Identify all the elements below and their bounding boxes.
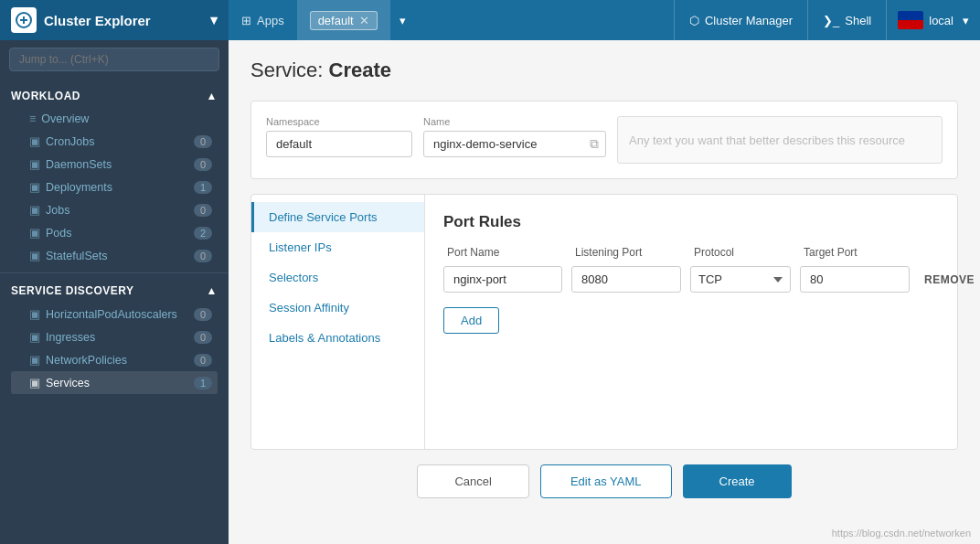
cluster-manager-label: Cluster Manager xyxy=(705,14,793,27)
name-label: Name xyxy=(423,116,606,127)
flag-icon xyxy=(898,11,923,29)
namespace-group: Namespace default xyxy=(266,116,412,157)
namespace-select[interactable]: default xyxy=(266,131,412,157)
services-icon: ▣ xyxy=(29,376,40,389)
hpa-icon: ▣ xyxy=(29,307,40,321)
jobs-icon: ▣ xyxy=(29,203,40,217)
create-button[interactable]: Create xyxy=(683,464,792,498)
jobs-badge: 0 xyxy=(194,204,212,217)
overview-label: Overview xyxy=(41,112,89,125)
port-name-input[interactable] xyxy=(443,266,562,293)
sidebar-item-statefulsets[interactable]: ▣ StatefulSets 0 xyxy=(11,244,218,267)
port-rules-title: Port Rules xyxy=(443,213,980,231)
statefulsets-badge: 0 xyxy=(194,250,212,262)
brand-label: Cluster Explorer xyxy=(44,13,151,28)
title-prefix: Service: xyxy=(250,59,323,81)
services-badge: 1 xyxy=(194,377,212,389)
jobs-label: Jobs xyxy=(46,204,69,217)
pods-icon: ▣ xyxy=(29,226,40,240)
tab-apps[interactable]: ⊞ Apps xyxy=(229,0,297,40)
deployments-icon: ▣ xyxy=(29,180,40,194)
copy-icon[interactable]: ⧉ xyxy=(590,136,599,152)
form-card-header: Namespace default Name ⧉ Any text you wa… xyxy=(250,101,958,179)
daemonsets-badge: 0 xyxy=(194,158,212,171)
nav-labels-annotations-label: Labels & Annotations xyxy=(269,331,380,345)
overview-icon: ≡ xyxy=(29,112,36,125)
name-input-wrapper: ⧉ xyxy=(423,131,606,157)
cronjobs-icon: ▣ xyxy=(29,134,40,148)
service-discovery-label: Service Discovery xyxy=(11,284,134,297)
sidebar: Workload ▲ ≡ Overview ▣ CronJobs 0 ▣ xyxy=(0,40,229,544)
description-placeholder: Any text you want that better describes … xyxy=(629,133,905,147)
nav-selectors-label: Selectors xyxy=(269,271,318,284)
tab-dropdown-icon[interactable]: ▾ xyxy=(390,14,415,27)
network-policies-icon: ▣ xyxy=(29,353,40,367)
grid-icon: ⊞ xyxy=(241,14,251,27)
description-input[interactable]: Any text you want that better describes … xyxy=(617,116,943,164)
brand-logo xyxy=(11,7,37,33)
chevron-up-icon: ▲ xyxy=(207,90,218,102)
sidebar-item-pods[interactable]: ▣ Pods 2 xyxy=(11,221,218,244)
edit-yaml-button[interactable]: Edit as YAML xyxy=(540,464,672,498)
ingresses-icon: ▣ xyxy=(29,330,40,344)
chevron-up-icon-2: ▲ xyxy=(207,284,218,297)
nav-listener-ips[interactable]: Listener IPs xyxy=(251,232,424,262)
search-input[interactable] xyxy=(9,48,219,71)
network-policies-label: NetworkPolicies xyxy=(46,354,127,367)
sidebar-item-network-policies[interactable]: ▣ NetworkPolicies 0 xyxy=(11,348,218,371)
nav-define-service-ports-label: Define Service Ports xyxy=(269,210,378,224)
port-rules-header: Port Name Listening Port Protocol Target… xyxy=(443,246,980,259)
col-header-port-name: Port Name xyxy=(447,246,566,259)
protocol-select[interactable]: TCP UDP SCTP xyxy=(690,266,791,293)
network-policies-badge: 0 xyxy=(194,354,212,367)
nav-session-affinity-label: Session Affinity xyxy=(269,301,349,315)
nav-define-service-ports[interactable]: Define Service Ports xyxy=(251,202,424,232)
tab-close-icon[interactable]: ✕ xyxy=(359,14,369,27)
workload-label: Workload xyxy=(11,90,80,102)
nav-listener-ips-label: Listener IPs xyxy=(269,240,332,254)
topbar-actions: ⬡ Cluster Manager ❯_ Shell local ▾ xyxy=(674,0,980,40)
deployments-label: Deployments xyxy=(46,181,112,194)
sidebar-item-deployments[interactable]: ▣ Deployments 1 xyxy=(11,176,218,198)
port-rule-row: TCP UDP SCTP REMOVE xyxy=(443,266,980,293)
sidebar-item-jobs[interactable]: ▣ Jobs 0 xyxy=(11,198,218,221)
target-port-input[interactable] xyxy=(800,266,910,293)
server-icon: ⬡ xyxy=(689,14,699,27)
sidebar-item-daemonsets[interactable]: ▣ DaemonSets 0 xyxy=(11,153,218,176)
shell-button[interactable]: ❯_ Shell xyxy=(807,0,886,40)
service-discovery-section-header[interactable]: Service Discovery ▲ xyxy=(11,279,218,303)
hpa-badge: 0 xyxy=(194,308,212,321)
workload-section-header[interactable]: Workload ▲ xyxy=(11,84,218,108)
page-title: Service: Create xyxy=(250,59,958,82)
sidebar-item-hpa[interactable]: ▣ HorizontalPodAutoscalers 0 xyxy=(11,303,218,325)
sidebar-item-overview[interactable]: ≡ Overview xyxy=(11,108,218,130)
tab-default[interactable]: default ✕ xyxy=(297,0,390,40)
listening-port-input[interactable] xyxy=(571,266,681,293)
remove-button[interactable]: REMOVE xyxy=(919,273,980,286)
sidebar-section-workload: Workload ▲ ≡ Overview ▣ CronJobs 0 ▣ xyxy=(0,79,229,269)
name-input[interactable] xyxy=(423,131,606,157)
deployments-badge: 1 xyxy=(194,181,212,194)
main-content: Service: Create Namespace default Name ⧉ xyxy=(229,40,980,544)
add-button[interactable]: Add xyxy=(443,307,499,334)
pods-badge: 2 xyxy=(194,227,212,240)
nav-labels-annotations[interactable]: Labels & Annotations xyxy=(251,323,424,353)
cluster-manager-button[interactable]: ⬡ Cluster Manager xyxy=(674,0,807,40)
pods-label: Pods xyxy=(46,227,72,240)
cancel-button[interactable]: Cancel xyxy=(417,464,528,498)
cronjobs-label: CronJobs xyxy=(46,135,95,148)
topbar: Cluster Explorer ▾ ⊞ Apps default ✕ ▾ ⬡ … xyxy=(0,0,980,40)
col-header-target-port: Target Port xyxy=(804,246,913,259)
tab-pill: default ✕ xyxy=(310,11,378,30)
sidebar-item-services[interactable]: ▣ Services 1 xyxy=(11,371,218,394)
sidebar-item-ingresses[interactable]: ▣ Ingresses 0 xyxy=(11,325,218,348)
sidebar-item-cronjobs[interactable]: ▣ CronJobs 0 xyxy=(11,130,218,153)
content-panel: Port Rules Port Name Listening Port Prot… xyxy=(425,195,980,449)
statefulsets-icon: ▣ xyxy=(29,249,40,262)
local-button[interactable]: local ▾ xyxy=(886,0,980,40)
brand[interactable]: Cluster Explorer ▾ xyxy=(0,0,229,40)
local-label: local xyxy=(929,14,953,27)
brand-dropdown-icon[interactable]: ▾ xyxy=(210,12,218,28)
nav-selectors[interactable]: Selectors xyxy=(251,262,424,293)
nav-session-affinity[interactable]: Session Affinity xyxy=(251,293,424,323)
